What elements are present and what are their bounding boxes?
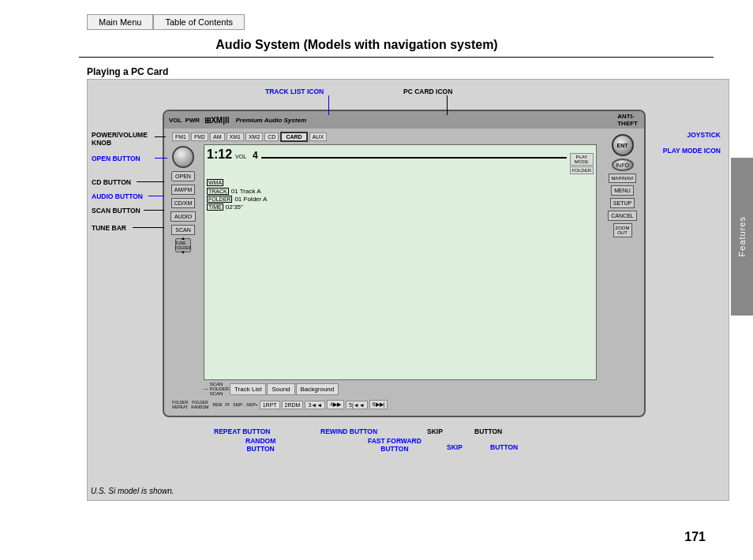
features-tab: Features (731, 158, 753, 315)
bottom-controls-row: SCAN— FOLDERSCAN Track List Sound Backgr… (204, 381, 597, 397)
menu-button[interactable]: MENU (611, 185, 634, 196)
cd-button[interactable]: CD (264, 133, 279, 141)
model-note: U.S. Si model is shown. (91, 487, 174, 495)
stereo-unit: VOL PWR ⊞XM|II Premium Audio System ANTI… (163, 110, 646, 417)
joystick-label: JOYSTICK (687, 131, 721, 139)
cdxm-button[interactable]: CD/XM (171, 198, 196, 208)
rewind-button-label: REWIND BUTTON (320, 427, 377, 435)
xm1-button[interactable]: XM1 (227, 133, 244, 141)
track-list-icon-label: TRACK LIST ICON (265, 88, 324, 95)
scan-btn-arrow (144, 210, 164, 211)
page-number: 171 (684, 530, 706, 544)
background-button[interactable]: Background (296, 383, 339, 395)
card-button[interactable]: CARD (280, 132, 307, 142)
random-button-label: RANDOMBUTTON (245, 437, 275, 453)
preset-buttons-row: FM1 FM2 AM XM1 XM2 CD CARD AUX (172, 130, 636, 143)
zoom-out-button[interactable]: ZOOMOUT (613, 223, 632, 237)
folder-display-button[interactable]: FOLDER (570, 166, 594, 174)
tune-bar-label: TUNE BAR (92, 224, 126, 232)
aux-button[interactable]: AUX (309, 133, 327, 141)
left-controls: OPEN AM/FM CD/XM AUDIO SCAN ▲ TUNEFOLDER… (164, 130, 202, 416)
wma-indicator: WMA (207, 176, 594, 187)
open-button-label: OPEN BUTTON (92, 155, 140, 162)
skip-bottom-label: SKIP (447, 443, 463, 451)
tune-down: ▼ (181, 250, 185, 255)
tune-bar-unit[interactable]: ▲ TUNEFOLDER ▼ (175, 238, 191, 252)
scan-button-label: SCAN BUTTON (92, 207, 140, 215)
map-navi-button[interactable]: MAP/NAVI (609, 174, 635, 183)
repeat-button-label: REPEAT BUTTON (214, 427, 270, 435)
audio-button-label: AUDIO BUTTON (92, 192, 143, 200)
section-heading: Playing a PC Card (87, 66, 168, 77)
time-display: 1:12 VOL 4 PLAYMODE FOLDER (207, 147, 594, 174)
amfm-button[interactable]: AM/FM (171, 185, 196, 195)
anti-theft-label: ANTI-THEFT (617, 113, 638, 127)
power-volume-knob-label: POWER/VOLUMEKNOB (92, 131, 148, 147)
top-navigation: Main Menu Table of Contents (87, 14, 245, 30)
folder-info-row: FOLDER 01 Folder A (207, 196, 594, 203)
play-mode-folder: PLAYMODE FOLDER (570, 153, 594, 174)
audio-btn-arrow (148, 196, 164, 196)
vol-label: VOL (169, 117, 182, 124)
setup-button[interactable]: SETUP (610, 198, 635, 208)
skip-fwd-button[interactable]: 6▶▶| (369, 400, 388, 409)
ff-button[interactable]: 4▶▶ (327, 400, 344, 409)
track-label-display: TRACK (207, 188, 229, 195)
pc-card-icon-label: PC CARD ICON (403, 88, 452, 95)
folder-info-value: 01 Folder A (234, 196, 267, 203)
skip-button-right-label: BUTTON (474, 427, 502, 435)
main-menu-button[interactable]: Main Menu (87, 14, 153, 30)
track-list-icon-arrow (328, 95, 329, 115)
open-button-unit[interactable]: OPEN (171, 171, 195, 181)
time-info-value: 02'35" (226, 203, 243, 211)
pwr-label: PWR (185, 117, 200, 124)
rew-label: REW (213, 402, 223, 407)
scan-folder-label: SCAN— FOLDERSCAN (204, 382, 229, 396)
cd-button-label: CD BUTTON (92, 178, 131, 186)
xm2-button[interactable]: XM2 (245, 133, 263, 141)
skip-back-button[interactable]: 5|◄◄ (346, 401, 368, 409)
audio-button-unit[interactable]: AUDIO (170, 211, 196, 222)
scan-button-unit[interactable]: SCAN (171, 225, 194, 235)
skip-button-left-label: SKIP (427, 427, 443, 435)
premium-label: Premium Audio System (235, 117, 306, 124)
time-value: 1:12 (207, 147, 232, 162)
rew-button[interactable]: 3◄◄ (305, 401, 325, 409)
time-label-display: TIME (207, 203, 223, 211)
skip-plus-label: SKIP+ (246, 402, 257, 407)
vol-display: VOL (235, 154, 246, 159)
skip-minus-label: SKIP- (233, 402, 243, 407)
page-title: Audio System (Models with navigation sys… (0, 38, 714, 52)
button-bottom-label: BUTTON (490, 443, 518, 451)
random-transport-button[interactable]: 2RDM (282, 401, 304, 409)
progress-bar (261, 157, 567, 159)
features-tab-label: Features (737, 216, 747, 256)
ff-label: FF (225, 402, 230, 407)
ent-joystick[interactable]: ENT (612, 134, 634, 156)
wma-label: WMA (207, 179, 223, 186)
am-button[interactable]: AM (210, 133, 225, 141)
folder-label-display: FOLDER (207, 196, 232, 203)
track-list-button[interactable]: Track List (230, 383, 266, 395)
track-num-display: 4 (253, 150, 258, 161)
folder-random-label: FOLDERRANDOM (191, 400, 208, 409)
tune-bar-arrow (133, 227, 164, 228)
repeat-transport-button[interactable]: 1RPT (260, 401, 280, 409)
track-info-value: 01 Track A (231, 188, 261, 195)
tune-label: TUNEFOLDER (175, 241, 191, 250)
info-button-unit[interactable]: INFO (612, 159, 634, 171)
table-of-contents-button[interactable]: Table of Contents (153, 14, 245, 30)
pv-knob-arrow (155, 136, 166, 137)
display-area: 1:12 VOL 4 PLAYMODE FOLDER WMA TRACK 01 … (204, 144, 597, 380)
cd-btn-arrow (137, 181, 164, 182)
folder-repeat-label: FOLDERREPEAT (172, 400, 188, 409)
pc-card-icon-arrow (447, 95, 448, 115)
open-btn-arrow (155, 158, 167, 159)
volume-knob[interactable] (172, 146, 194, 168)
diagram-container: VOL PWR ⊞XM|II Premium Audio System ANTI… (87, 79, 729, 501)
sound-button[interactable]: Sound (267, 383, 294, 395)
xm-logo: ⊞XM|II (204, 116, 229, 125)
unit-top-bar: VOL PWR ⊞XM|II Premium Audio System ANTI… (164, 111, 644, 129)
play-mode-display-button[interactable]: PLAYMODE (570, 153, 594, 166)
cancel-button[interactable]: CANCEL (608, 211, 636, 221)
